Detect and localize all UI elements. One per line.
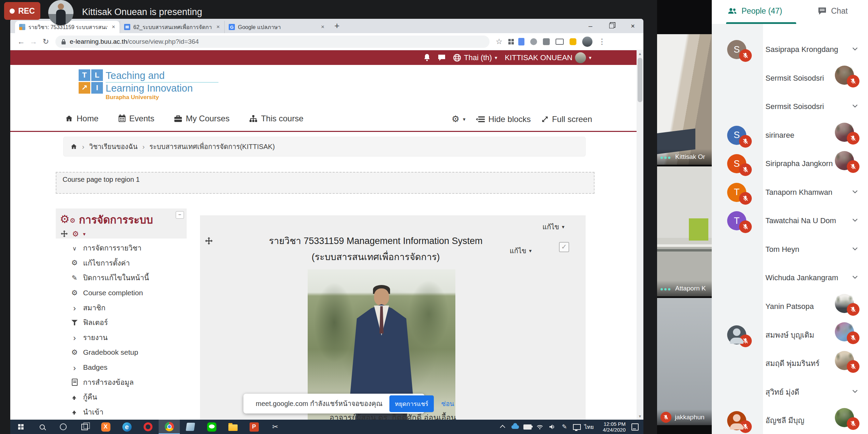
admin-menu-item[interactable]: รายงาน (70, 330, 197, 345)
file-explorer-icon[interactable] (222, 420, 243, 434)
onedrive-icon[interactable] (509, 420, 521, 434)
messages-icon[interactable] (438, 54, 445, 61)
bookmark-star-icon[interactable]: ☆ (496, 37, 503, 46)
back-button[interactable]: ← (15, 37, 27, 46)
full-screen-button[interactable]: Full screen (541, 114, 592, 124)
battery-icon[interactable] (522, 420, 533, 434)
tab-chat[interactable]: Chat (818, 0, 848, 22)
activity-edit-menu[interactable]: แก้ไข ▾ (510, 245, 532, 256)
language-indicator[interactable]: ไทย (583, 420, 595, 434)
tab-people[interactable]: People (47) (727, 0, 782, 22)
new-tab-button[interactable]: + (334, 21, 339, 33)
participant-video-tile[interactable]: jakkaphun (657, 298, 712, 425)
start-button[interactable] (10, 420, 31, 434)
extension-grid-icon[interactable] (508, 39, 511, 41)
chevron-down-icon[interactable] (851, 216, 859, 226)
cortana-icon[interactable] (53, 420, 74, 434)
move-block-icon[interactable] (61, 230, 68, 238)
tab-close-icon[interactable]: × (320, 24, 325, 30)
notification-bell-icon[interactable] (424, 54, 430, 62)
opera-icon[interactable] (137, 420, 159, 434)
breadcrumb-my-courses[interactable]: วิชาเรียนของฉัน (89, 141, 138, 152)
browser-tab[interactable]: G Google แปลภาษา × (224, 21, 329, 33)
moodle-page: Thai (th) ▾ KITTISAK ONUEAN ▾ T L ↗ I Te (10, 50, 643, 420)
minimize-button[interactable]: – (580, 22, 601, 30)
stop-sharing-button[interactable]: หยุดการแชร์ (389, 395, 434, 412)
scroll-up-arrow[interactable]: ▲ (637, 50, 643, 57)
edge-icon[interactable]: e (116, 420, 137, 434)
close-button[interactable]: × (622, 22, 643, 30)
tab-close-icon[interactable]: × (215, 24, 221, 30)
nav-this-course[interactable]: This course (249, 114, 303, 123)
extension-doc-icon[interactable] (518, 38, 524, 45)
section-edit-menu[interactable]: แก้ไข ▾ (543, 221, 564, 232)
search-icon[interactable] (31, 420, 53, 434)
browser-menu-icon[interactable]: ⋮ (598, 37, 606, 46)
wifi-icon[interactable] (534, 420, 546, 434)
snipping-tool-icon[interactable]: ✂ (265, 420, 286, 434)
nav-my-courses[interactable]: My Courses (174, 114, 229, 123)
participant-video-tile[interactable]: Kittisak Or (657, 34, 712, 165)
reload-button[interactable]: ↻ (40, 37, 52, 46)
chrome-icon[interactable] (159, 420, 180, 434)
chevron-down-icon[interactable] (851, 245, 859, 254)
tray-expand-icon[interactable] (497, 420, 509, 434)
chevron-down-icon[interactable] (851, 273, 859, 283)
chevron-down-icon[interactable] (851, 102, 859, 111)
admin-menu-item[interactable]: นำเข้า (70, 405, 197, 420)
admin-menu-item[interactable]: Gradebook setup (70, 345, 197, 360)
site-logo[interactable]: T L ↗ I Teaching and Learning Innovation… (79, 69, 218, 101)
chevron-down-icon[interactable] (851, 45, 859, 54)
collapse-block-button[interactable]: − (176, 211, 184, 219)
extension-icon[interactable] (543, 38, 550, 45)
browser-profile-avatar[interactable] (582, 37, 592, 47)
display-icon[interactable] (571, 420, 583, 434)
chevron-down-icon[interactable] (851, 387, 859, 397)
breadcrumb-course[interactable]: ระบบสารสนเทศเพื่อการจัดการ(KITTISAK) (149, 141, 275, 152)
pen-icon[interactable]: ✎ (559, 420, 570, 434)
admin-menu-item[interactable]: ฟิลเตอร์ (70, 315, 197, 330)
move-activity-handle[interactable] (205, 237, 213, 247)
extension-card-icon[interactable] (556, 39, 564, 45)
nav-events[interactable]: Events (118, 114, 154, 123)
page-scrollbar[interactable]: ▲ ▼ (637, 50, 643, 420)
hide-blocks-button[interactable]: Hide blocks (476, 114, 531, 124)
photos-app-icon[interactable] (180, 420, 201, 434)
admin-menu-item[interactable]: การจัดการรายวิชา (70, 241, 197, 256)
xampp-icon[interactable]: X (95, 420, 116, 434)
volume-icon[interactable] (546, 420, 558, 434)
admin-menu-item[interactable]: ปิดการแก้ไขในหน้านี้ (70, 270, 197, 285)
scroll-down-arrow[interactable]: ▼ (637, 413, 643, 420)
home-icon[interactable] (70, 143, 77, 150)
admin-menu-item[interactable]: แก้ไขการตั้งค่า (70, 256, 197, 271)
line-app-icon[interactable] (201, 420, 222, 434)
extension-icon[interactable] (530, 38, 537, 45)
admin-menu-item[interactable]: กู้คืน (70, 390, 197, 405)
block-gear-menu[interactable]: ⚙ (72, 230, 79, 239)
browser-tab[interactable]: 62_ระบบสารสนเทศเพื่อการจัดการ บา × (120, 21, 224, 33)
hide-share-bar-button[interactable]: ซ่อน (441, 398, 454, 409)
admin-menu-item[interactable]: Badges (70, 360, 197, 375)
user-menu[interactable]: KITTISAK ONUEAN ▾ (505, 52, 591, 63)
powerpoint-icon[interactable]: P (243, 420, 265, 434)
completion-checkbox[interactable]: ✓ (559, 242, 569, 252)
scrollbar-thumb[interactable] (638, 58, 642, 102)
address-bar[interactable]: e-learning.buu.ac.th/course/view.php?id=… (55, 36, 490, 48)
admin-menu-item[interactable]: สมาชิก (70, 300, 197, 315)
task-view-icon[interactable] (74, 420, 95, 434)
nav-home[interactable]: Home (65, 114, 98, 123)
chevron-down-icon[interactable] (851, 188, 859, 197)
language-menu[interactable]: Thai (th) ▾ (453, 53, 497, 62)
admin-menu-item[interactable]: Course completion (70, 285, 197, 300)
taskbar-clock[interactable]: 12:05 PM 4/24/2020 (596, 421, 628, 433)
extension-hand-icon[interactable] (570, 38, 576, 45)
user-avatar (575, 52, 586, 63)
settings-gear-menu[interactable]: ⚙▾ (452, 114, 466, 124)
admin-menu-item[interactable]: การสำรองข้อมูล (70, 375, 197, 390)
forward-button[interactable]: → (27, 37, 40, 46)
participant-row: Tom Heyn (712, 235, 868, 264)
action-center-icon[interactable] (629, 420, 641, 434)
tab-close-icon[interactable]: × (111, 24, 116, 30)
participant-video-tile[interactable]: Attaporn K (657, 166, 712, 296)
restore-button[interactable] (601, 24, 622, 28)
